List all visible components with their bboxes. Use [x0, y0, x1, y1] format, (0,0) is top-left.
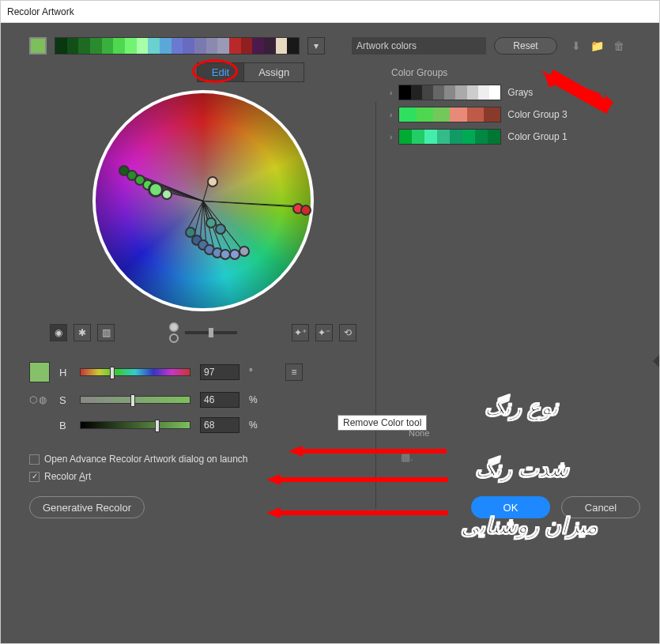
- active-color-swatch[interactable]: [29, 37, 47, 55]
- color-node[interactable]: [161, 189, 172, 200]
- color-wheel[interactable]: [92, 90, 314, 311]
- titlebar: Recolor Artwork: [1, 1, 659, 23]
- color-node[interactable]: [215, 224, 226, 235]
- sat-slider[interactable]: [80, 396, 190, 404]
- bri-label: B: [59, 420, 70, 431]
- bars-button[interactable]: ▥: [97, 324, 115, 341]
- vertical-divider: [375, 102, 376, 509]
- remove-color-button[interactable]: ✦⁻: [315, 324, 333, 341]
- chevron-right-icon: ›: [390, 133, 392, 141]
- checkbox-group: Open Advance Recolor Artwork dialog on l…: [29, 454, 377, 482]
- wheel-toolbar: ◉ ✱ ▥ ✦⁺ ✦⁻: [45, 322, 361, 343]
- smooth-wheel-button[interactable]: ◉: [50, 324, 67, 341]
- ok-button[interactable]: OK: [471, 496, 550, 518]
- tab-assign[interactable]: Assign: [244, 62, 304, 82]
- color-node[interactable]: [207, 176, 218, 187]
- recolor-art-checkbox[interactable]: Recolor Art: [29, 471, 377, 482]
- tabs-bar: Edit Assign: [197, 62, 304, 82]
- sat-unit: %: [249, 394, 258, 405]
- strip-dropdown[interactable]: ▾: [307, 37, 325, 55]
- open-on-launch-label: Open Advance Recolor Artwork dialog on l…: [44, 454, 248, 465]
- bri-input[interactable]: [200, 417, 239, 433]
- bri-slider[interactable]: [80, 421, 190, 429]
- footer: Generative Recolor OK Cancel: [1, 482, 659, 534]
- color-groups-heading: Color Groups: [391, 67, 650, 78]
- chevron-right-icon: ›: [390, 89, 392, 97]
- color-group-swatches: [398, 85, 501, 100]
- remove-color-tooltip: Remove Color tool: [338, 415, 427, 431]
- brightness-mini-slider[interactable]: [185, 331, 237, 334]
- cancel-button[interactable]: Cancel: [561, 496, 640, 518]
- window-title: Recolor Artwork: [7, 6, 74, 17]
- recolor-art-label: Recolor Art: [44, 471, 91, 482]
- open-on-launch-checkbox[interactable]: Open Advance Recolor Artwork dialog on l…: [29, 454, 377, 465]
- dialog-window: Recolor Artwork ▾ Reset ⬇ 📁 🗑 Edit Assig…: [0, 0, 660, 644]
- color-group-name: Color Group 1: [507, 131, 567, 142]
- color-group-name: Color Group 3: [507, 109, 567, 120]
- bri-unit: %: [249, 420, 258, 431]
- sat-input[interactable]: [200, 392, 239, 408]
- hue-label: H: [59, 367, 70, 378]
- color-group-row[interactable]: ›Grays: [390, 85, 650, 100]
- preset-select[interactable]: [352, 37, 486, 55]
- hue-radio[interactable]: [169, 322, 179, 332]
- sat-label: S: [59, 394, 70, 406]
- color-group-row[interactable]: ›Color Group 1: [390, 129, 650, 145]
- reset-button[interactable]: Reset: [494, 37, 557, 55]
- swatches-grid-icon[interactable]: ▦.: [401, 451, 413, 463]
- artwork-color-strip[interactable]: [55, 37, 300, 55]
- slider-menu-button[interactable]: ≡: [285, 363, 303, 381]
- segmented-wheel-button[interactable]: ✱: [74, 324, 91, 341]
- collapse-panel-button[interactable]: [653, 355, 659, 367]
- hue-unit: °: [249, 367, 258, 378]
- hue-slider[interactable]: [80, 368, 190, 376]
- unlink-colors-button[interactable]: ⟲: [339, 324, 356, 341]
- add-color-button[interactable]: ✦⁺: [292, 324, 309, 341]
- folder-icon[interactable]: 📁: [590, 40, 604, 52]
- trash-icon[interactable]: 🗑: [613, 40, 624, 52]
- hue-input[interactable]: [200, 364, 239, 380]
- color-node[interactable]: [239, 246, 250, 257]
- save-group-icon[interactable]: ⬇: [571, 40, 581, 52]
- color-group-swatches: [398, 129, 501, 145]
- color-groups-list: ›Grays›Color Group 3›Color Group 1: [390, 85, 650, 145]
- hsb-sliders: H ° ≡ ⬡ ◍ S: [29, 362, 377, 433]
- chevron-right-icon: ›: [390, 111, 392, 119]
- dialog-body: ▾ Reset ⬇ 📁 🗑 Edit Assign: [1, 23, 659, 643]
- color-group-row[interactable]: ›Color Group 3: [390, 107, 650, 122]
- top-row: ▾ Reset ⬇ 📁 🗑: [1, 23, 659, 62]
- hsb-swatch[interactable]: [29, 362, 50, 382]
- generative-recolor-button[interactable]: Generative Recolor: [29, 496, 145, 518]
- tab-edit[interactable]: Edit: [197, 62, 244, 82]
- globe-icon[interactable]: ◍: [39, 394, 47, 405]
- cube-icon[interactable]: ⬡: [29, 394, 37, 405]
- io-icons: ⬇ 📁 🗑: [571, 40, 624, 52]
- color-group-swatches: [398, 107, 501, 122]
- color-node[interactable]: [300, 205, 311, 216]
- color-group-name: Grays: [507, 87, 533, 98]
- sat-radio[interactable]: [169, 333, 179, 343]
